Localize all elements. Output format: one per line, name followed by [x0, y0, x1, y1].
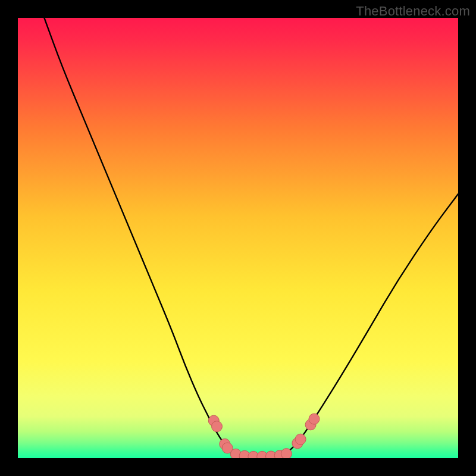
curve-marker: [295, 434, 306, 444]
plot-area: [18, 18, 458, 458]
chart-frame: TheBottleneck.com: [0, 0, 476, 476]
curve-marker: [212, 421, 223, 432]
chart-overlay: [18, 18, 458, 458]
curve-marker: [281, 449, 292, 458]
watermark-text: TheBottleneck.com: [356, 4, 470, 19]
curve-marker: [309, 414, 320, 424]
curve-markers: [208, 414, 320, 458]
bottleneck-curve: [44, 18, 458, 457]
